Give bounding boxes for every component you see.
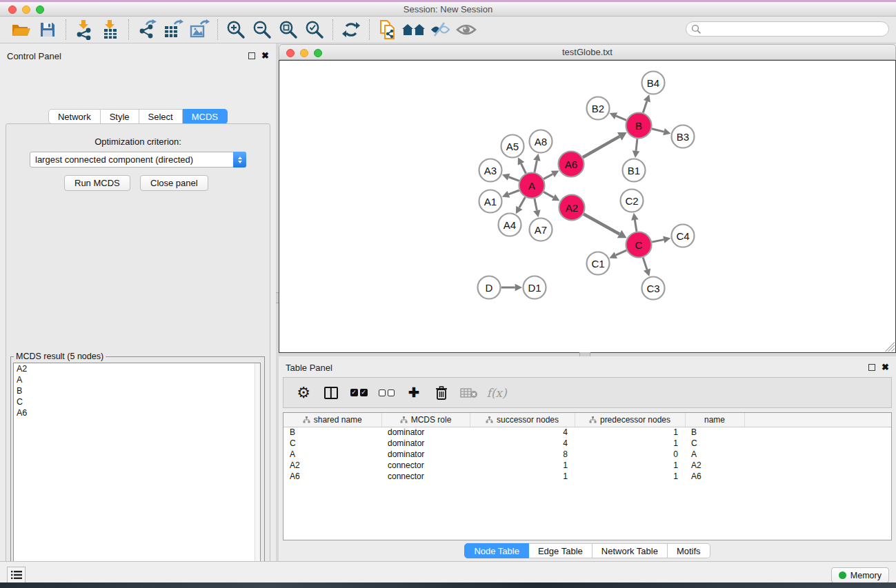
table-cell[interactable]: 1 — [470, 471, 575, 482]
add-column-button[interactable]: ✚ — [405, 385, 423, 401]
import-table-button[interactable] — [97, 18, 123, 41]
network-canvas[interactable]: AA1A2A3A4A5A6A7A8BB1B2B3B4CC1C2C3C4DD1 — [279, 60, 896, 353]
table-cell[interactable]: 4 — [470, 427, 575, 438]
table-cell[interactable]: A6 — [685, 471, 744, 482]
tab-network-table[interactable]: Network Table — [593, 543, 668, 558]
tab-mcds[interactable]: MCDS — [183, 109, 228, 124]
table-cell[interactable]: 4 — [470, 438, 575, 449]
table-cell[interactable]: dominator — [381, 449, 470, 460]
tab-node-table[interactable]: Node Table — [464, 543, 529, 558]
edge-A-A5[interactable] — [521, 163, 526, 173]
zoom-window-button[interactable] — [36, 6, 44, 14]
tab-select[interactable]: Select — [139, 109, 183, 124]
tab-edge-table[interactable]: Edge Table — [529, 543, 593, 558]
close-panel-button[interactable]: Close panel — [140, 175, 208, 191]
column-header-name[interactable]: name — [685, 413, 744, 427]
zoom-fit-button[interactable] — [275, 18, 301, 41]
table-options-button[interactable]: ⚙ — [295, 385, 312, 401]
network-window-title-bar[interactable]: testGlobe.txt — [279, 44, 896, 60]
network-minimize-button[interactable] — [300, 49, 308, 57]
table-row[interactable]: A6connector11A6 — [283, 471, 891, 482]
mcds-list-scrollbar[interactable] — [255, 363, 260, 586]
open-session-button[interactable] — [8, 18, 34, 41]
mcds-result-item[interactable]: C — [14, 396, 260, 407]
zoom-in-button[interactable] — [223, 18, 249, 41]
network-graph[interactable]: AA1A2A3A4A5A6A7A8BB1B2B3B4CC1C2C3C4DD1 — [279, 61, 895, 352]
float-panel-icon[interactable] — [868, 364, 875, 371]
table-cell[interactable]: 8 — [470, 449, 575, 460]
mcds-result-list[interactable]: A2ABCA6 — [13, 363, 261, 587]
edge-B-B3[interactable] — [652, 129, 664, 132]
mcds-result-item[interactable]: A6 — [14, 407, 260, 418]
table-row[interactable]: Cdominator41C — [283, 438, 891, 449]
float-panel-icon[interactable] — [248, 52, 255, 59]
close-panel-icon[interactable]: ✖ — [882, 364, 889, 371]
edge-C-C4[interactable] — [652, 240, 664, 242]
zoom-selected-button[interactable] — [301, 18, 328, 41]
table-cell[interactable]: B — [685, 427, 744, 438]
edge-B-B4[interactable] — [643, 101, 647, 113]
table-cell[interactable]: B — [283, 427, 381, 438]
table-row[interactable]: Adominator80A — [283, 449, 891, 460]
edge-A-A7[interactable] — [535, 199, 537, 210]
table-row[interactable]: A2connector11A2 — [283, 460, 891, 471]
show-column-button[interactable] — [322, 387, 340, 399]
export-image-button[interactable] — [186, 18, 212, 41]
function-builder-button[interactable]: f(x) — [488, 386, 506, 400]
zoom-out-button[interactable] — [249, 18, 275, 41]
edge-C-C1[interactable] — [616, 250, 627, 255]
edge-A-A3[interactable] — [509, 177, 519, 181]
resize-grip-icon[interactable] — [885, 342, 895, 352]
edge-A-A4[interactable] — [519, 197, 526, 207]
edge-A6-B[interactable] — [583, 136, 619, 157]
search-input[interactable] — [686, 21, 889, 37]
table-cell[interactable]: A2 — [685, 460, 744, 471]
network-zoom-button[interactable] — [314, 49, 322, 57]
table-cell[interactable]: A — [283, 449, 381, 460]
mcds-result-item[interactable]: A — [14, 374, 260, 385]
run-mcds-button[interactable]: Run MCDS — [64, 175, 130, 191]
delete-column-button[interactable] — [432, 385, 450, 401]
table-cell[interactable]: 1 — [575, 427, 685, 438]
edge-A2-C[interactable] — [584, 214, 619, 234]
table-cell[interactable]: 0 — [575, 449, 685, 460]
new-network-from-selection-button[interactable] — [375, 18, 401, 41]
export-table-button[interactable] — [160, 18, 186, 41]
close-panel-icon[interactable]: ✖ — [261, 52, 269, 59]
show-all-button[interactable] — [453, 18, 479, 41]
table-cell[interactable]: dominator — [381, 438, 470, 449]
table-cell[interactable]: 1 — [470, 460, 575, 471]
table-cell[interactable]: 1 — [575, 438, 685, 449]
column-header-shared-name[interactable]: shared name — [283, 413, 381, 427]
table-cell[interactable]: A — [685, 449, 744, 460]
column-header-predecessor-nodes[interactable]: predecessor nodes — [575, 413, 685, 427]
import-network-button[interactable] — [71, 18, 97, 41]
edge-A-A1[interactable] — [508, 190, 519, 194]
unselect-all-columns-button[interactable] — [377, 389, 395, 396]
mcds-result-item[interactable]: B — [14, 385, 260, 396]
edge-A-A2[interactable] — [544, 192, 553, 197]
refresh-button[interactable] — [338, 18, 364, 41]
edge-B-B1[interactable] — [636, 139, 637, 150]
column-header-MCDS-role[interactable]: MCDS role — [381, 413, 470, 427]
table-cell[interactable]: dominator — [381, 427, 470, 438]
edge-C-C2[interactable] — [635, 220, 637, 232]
edge-A-A8[interactable] — [535, 161, 537, 172]
delete-table-button[interactable] — [460, 387, 478, 398]
table-cell[interactable]: C — [685, 438, 744, 449]
criterion-select[interactable]: largest connected component (directed) — [30, 152, 246, 168]
table-cell[interactable]: 1 — [575, 460, 685, 471]
table-cell[interactable]: connector — [381, 460, 470, 471]
table-row[interactable]: Bdominator41B — [283, 427, 891, 438]
table-cell[interactable]: A6 — [283, 471, 381, 482]
table-cell[interactable]: connector — [381, 471, 470, 482]
column-header-successor-nodes[interactable]: successor nodes — [470, 413, 575, 427]
export-network-button[interactable] — [134, 18, 160, 41]
edge-A-A6[interactable] — [544, 174, 552, 179]
nested-network-button[interactable] — [401, 18, 427, 41]
table-cell[interactable]: C — [283, 438, 381, 449]
minimize-window-button[interactable] — [22, 6, 30, 14]
table-cell[interactable]: A2 — [283, 460, 381, 471]
close-window-button[interactable] — [8, 6, 17, 14]
task-history-button[interactable] — [7, 567, 26, 583]
